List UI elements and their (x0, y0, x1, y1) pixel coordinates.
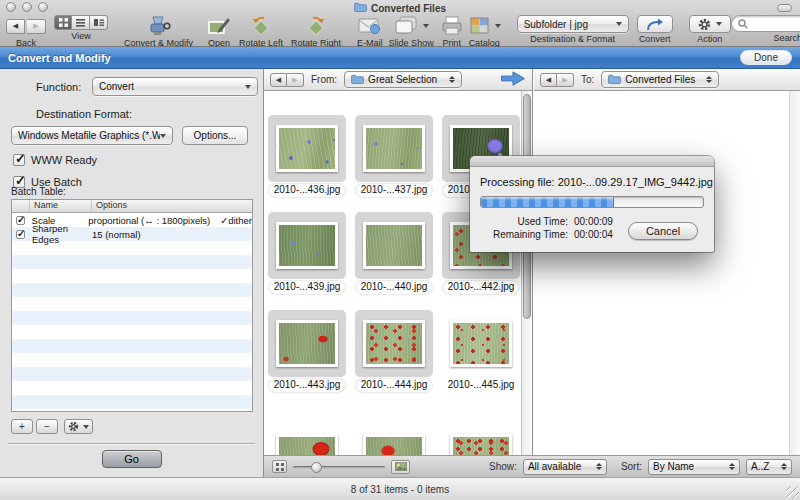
convert-modify-icon[interactable] (146, 15, 172, 37)
thumbnail-frame[interactable] (268, 424, 346, 455)
thumbnail-frame[interactable] (442, 424, 520, 455)
rotate-right-group[interactable]: Rotate Right (291, 15, 341, 48)
thumbnail-image[interactable] (363, 125, 425, 172)
view-details-button[interactable] (90, 15, 108, 30)
thumbnail-frame[interactable] (442, 310, 520, 377)
function-popup[interactable]: Convert (92, 77, 258, 96)
minimize-button[interactable] (22, 2, 32, 12)
email-group[interactable]: E-Mail (357, 15, 383, 48)
thumbnail-frame[interactable] (268, 212, 346, 279)
folder-icon (351, 74, 364, 86)
rotate-left-group[interactable]: Rotate Left (239, 15, 283, 48)
open-group[interactable]: Open (207, 15, 231, 48)
gallery-item[interactable]: 2010-...445.jpg (442, 310, 520, 392)
print-group[interactable]: Print (440, 15, 464, 48)
thumbnail-size-slider[interactable] (293, 461, 385, 473)
gallery-item[interactable] (268, 424, 346, 455)
filename-label: 2010-...436.jpg (269, 184, 346, 197)
row-checkbox[interactable] (16, 230, 25, 239)
titlebar[interactable]: Converted Files (0, 0, 800, 14)
zoom-button[interactable] (38, 2, 48, 12)
source-scrollbar[interactable] (521, 91, 532, 455)
email-icon[interactable] (358, 15, 381, 37)
options-button[interactable]: Options... (182, 126, 248, 145)
dest-back-button[interactable]: ◀ (540, 73, 557, 87)
gallery-item[interactable]: 2010-...436.jpg (268, 115, 346, 197)
filename-label: 2010-...442.jpg (443, 281, 520, 294)
close-button[interactable] (6, 2, 16, 12)
view-grid-button[interactable] (54, 15, 72, 30)
slide-show-group[interactable]: Slide Show (389, 15, 434, 48)
convert-button[interactable] (637, 15, 673, 33)
gallery-item[interactable] (442, 424, 520, 455)
row-checkbox[interactable] (16, 216, 25, 225)
thumbnail-frame[interactable] (355, 115, 433, 182)
source-back-button[interactable]: ◀ (270, 73, 287, 87)
destination-format-popup[interactable]: Subfolder | jpg (517, 15, 629, 33)
status-bar: 8 of 31 items - 0 items (0, 477, 800, 500)
destination-format-group: Subfolder | jpg Destination & Format (517, 15, 629, 44)
back-button[interactable]: ◀ (6, 19, 25, 34)
show-filter-popup[interactable]: All available (523, 459, 607, 475)
thumbnail-image[interactable] (276, 222, 338, 269)
catalog-group[interactable]: Catalog (468, 15, 501, 48)
batch-action-menu-button[interactable] (64, 419, 93, 434)
view-list-button[interactable] (72, 15, 90, 30)
search-input[interactable] (731, 15, 800, 32)
progress-bar (480, 196, 704, 208)
destination-folder-popup[interactable]: Converted Files (601, 71, 719, 88)
gallery-item[interactable]: 2010-...439.jpg (268, 212, 346, 294)
dropdown-arrow-icon (423, 24, 429, 28)
rotate-right-icon[interactable] (304, 15, 328, 37)
convert-modify-group[interactable]: Convert & Modify (124, 15, 193, 48)
gallery-item[interactable]: 2010-...437.jpg (355, 115, 433, 197)
batch-table-body: Scale proportional (↔ : 1800pixels) ✓dit… (12, 213, 252, 411)
toolbar-toggle-button[interactable] (777, 4, 792, 12)
source-folder-popup[interactable]: Great Selection (344, 71, 462, 88)
slider-knob[interactable] (311, 462, 322, 473)
go-button[interactable]: Go (102, 450, 162, 468)
dropdown-arrow-icon (245, 85, 251, 89)
thumbnail-image[interactable] (276, 320, 338, 367)
thumbnail-frame[interactable] (355, 310, 433, 377)
thumbnail-frame[interactable] (268, 115, 346, 182)
gallery-item[interactable]: 2010-...443.jpg (268, 310, 346, 392)
forward-button[interactable]: ▶ (27, 19, 46, 34)
thumbnail-image[interactable] (450, 320, 512, 367)
small-thumbnails-icon[interactable] (272, 460, 287, 473)
gallery-item[interactable]: 2010-...440.jpg (355, 212, 433, 294)
action-button[interactable] (689, 15, 731, 33)
resize-grip[interactable] (786, 486, 799, 499)
large-thumbnails-icon[interactable] (391, 460, 410, 474)
destination-scrollbar[interactable] (789, 91, 800, 455)
thumbnail-frame[interactable] (355, 212, 433, 279)
dest-forward-button[interactable]: ▶ (557, 73, 574, 87)
progress-dialog-titlebar[interactable] (470, 156, 714, 167)
destination-format-popup[interactable]: Windows Metafile Graphics (*.WMF) (11, 126, 173, 145)
thumbnail-frame[interactable] (355, 424, 433, 455)
batch-row-sharpen[interactable]: Sharpen Edges 15 (normal) (12, 227, 252, 241)
thumbnail-frame[interactable] (268, 310, 346, 377)
sort-order-popup[interactable]: A..Z (746, 459, 792, 475)
gallery-item[interactable]: 2010-...444.jpg (355, 310, 433, 392)
slide-show-icon[interactable] (393, 15, 429, 37)
www-ready-checkbox[interactable] (13, 154, 25, 166)
add-batch-action-button[interactable]: + (11, 419, 33, 434)
done-button[interactable]: Done (740, 50, 792, 65)
gallery-item[interactable] (355, 424, 433, 455)
rotate-left-icon[interactable] (249, 15, 273, 37)
sort-popup[interactable]: By Name (648, 459, 740, 475)
catalog-icon[interactable] (468, 15, 501, 37)
open-icon[interactable] (207, 15, 231, 37)
thumbnail-image[interactable] (450, 434, 512, 455)
print-icon[interactable] (440, 15, 464, 37)
thumbnail-image[interactable] (363, 222, 425, 269)
thumbnail-image[interactable] (363, 320, 425, 367)
thumbnail-image[interactable] (276, 125, 338, 172)
cancel-button[interactable]: Cancel (628, 222, 698, 240)
source-forward-button[interactable]: ▶ (287, 73, 304, 87)
slider-track[interactable] (293, 466, 385, 469)
thumbnail-image[interactable] (363, 434, 425, 455)
thumbnail-image[interactable] (276, 434, 338, 455)
remove-batch-action-button[interactable]: − (36, 419, 58, 434)
